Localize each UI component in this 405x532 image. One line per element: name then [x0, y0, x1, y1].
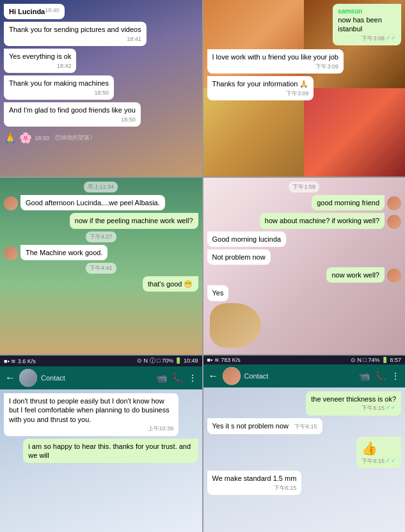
p3-row-1: Good afternoon Lucinda....we peel Albasi… — [4, 195, 198, 210]
p2-msg-1: I love work with u friend you like your … — [207, 49, 344, 74]
main-grid: Hi Lucinda 18:40 Thank you for sending p… — [0, 0, 405, 532]
p4-msg-4: Not problem now — [207, 249, 271, 265]
panel-5-inner: ■▪ ≋ 3.6 K/s ⊙ N ⓘ □ 70% 🔋 10:49 ← Conta… — [0, 356, 202, 532]
p3-timestamp-2: 下午4:27 — [86, 231, 116, 242]
panel-5: ■▪ ≋ 3.6 K/s ⊙ N ⓘ □ 70% 🔋 10:49 ← Conta… — [0, 356, 202, 532]
p6-msg-1-time: 下午6:15 — [361, 405, 385, 412]
greeting-time: 18:40 — [45, 7, 60, 15]
p5-video-icon[interactable]: 📹 — [156, 373, 167, 383]
msg-2-text: Yes everything is ok — [9, 52, 71, 60]
footer-time: 18:50 — [35, 135, 49, 141]
msg-2-time: 18:42 — [9, 63, 71, 70]
p6-header[interactable]: ← Contact 📹 📞 ⋮ — [203, 364, 406, 387]
p4-avatar-right-2 — [387, 215, 401, 229]
p6-avatar — [223, 367, 241, 385]
p6-msg-3-time: 下午6:15 — [361, 458, 385, 465]
p5-menu-icon[interactable]: ⋮ — [188, 373, 197, 383]
p6-msg-1: the veneer thickness is ok? 下午6:15 ✓✓ — [306, 391, 401, 416]
p3-msg-2: now if the peeling machine work well? — [70, 213, 198, 228]
p5-status-bar: ■▪ ≋ 3.6 K/s ⊙ N ⓘ □ 70% 🔋 10:49 — [0, 356, 202, 366]
p4-row-2: how about machine? if working well? — [207, 213, 402, 228]
p6-status-bar: ■▪ ≋ 783 K/s ⊙ N □ 74% 🔋 6:57 — [203, 356, 406, 364]
p4-msg-5-text: now work well? — [331, 271, 379, 279]
p6-msg-2-text: Yes it s not problem now — [212, 422, 289, 430]
p6-menu-icon[interactable]: ⋮ — [391, 371, 400, 381]
p6-msg-4-text: We make standard 1.5 mm — [212, 474, 297, 482]
p4-msg-6-text: Yes — [212, 289, 224, 297]
p3-msg-4: that's good 😁 — [143, 276, 198, 292]
p5-chat-area: I don't thrust to people easily but I do… — [0, 389, 202, 532]
msg-2: Yes everything is ok 18:42 — [4, 49, 76, 73]
p4-msg-3: Good morning lucinda — [207, 231, 287, 247]
p4-msg-2: how about machine? if working well? — [260, 213, 385, 228]
p4-msg-1: good morning friend — [312, 195, 385, 210]
p2-msg-1-time: 下午3:09 — [212, 63, 338, 71]
p2-msg-2-time: 下午3:09 — [212, 90, 309, 98]
p5-contact-name: Contact — [41, 374, 65, 382]
p5-msg-1-text: I don't thrust to people easily but I do… — [9, 397, 170, 423]
p5-msg-1-time: 上午10:36 — [9, 425, 173, 433]
p5-avatar — [19, 369, 37, 387]
p3-msg-3: The Machine work good. — [20, 245, 107, 260]
p6-row-1: the veneer thickness is ok? 下午6:15 ✓✓ — [207, 391, 402, 416]
p6-msg-2: Yes it s not problem now 下午6:15 — [207, 418, 322, 434]
msg-1: Thank you for sending pictures and video… — [4, 22, 147, 46]
p4-avatar-right-1 — [387, 196, 401, 210]
p2-sender-name: samsun now has been istanbul 下午3:08 ✓✓ — [333, 4, 401, 45]
p4-msg-1-text: good morning friend — [317, 199, 379, 207]
p3-timestamp: 早上11:34 — [84, 182, 118, 192]
p5-back-arrow[interactable]: ← — [5, 372, 15, 384]
p6-check-2: ✓✓ — [386, 457, 396, 465]
p6-msg-4-time: 下午6:15 — [212, 485, 297, 492]
p6-msg-3-text: 👍 — [361, 441, 377, 455]
msg-4-text: And I'm glad to find good friends like y… — [9, 106, 136, 114]
p6-msg-4: We make standard 1.5 mm 下午6:15 — [207, 471, 302, 495]
p5-avatar-img — [19, 369, 37, 387]
greeting-text: Hi Lucinda — [9, 8, 45, 15]
p4-msg-2-text: how about machine? if working well? — [265, 217, 379, 224]
msg-3: Thank you for making machines 18:50 — [4, 75, 114, 100]
panel-1: Hi Lucinda 18:40 Thank you for sending p… — [0, 0, 202, 176]
p3-msg-1-text: Good afternoon Lucinda....we peel Albasi… — [26, 199, 160, 207]
p5-status-right: ⊙ N ⓘ □ 70% 🔋 10:49 — [137, 357, 198, 365]
p6-row-3: 👍 下午6:15 ✓✓ — [207, 437, 402, 469]
p4-row-1: good morning friend — [207, 195, 402, 210]
p6-msg-1-text: the veneer thickness is ok? — [311, 395, 396, 403]
sender-name: samsun — [338, 7, 396, 15]
msg-1-text: Thank you for sending pictures and video… — [9, 26, 141, 33]
p3-avatar-2 — [4, 246, 18, 260]
panel-6-inner: ■▪ ≋ 783 K/s ⊙ N □ 74% 🔋 6:57 ← Contact … — [203, 356, 406, 532]
msg-4: And I'm glad to find good friends like y… — [4, 102, 141, 127]
p6-back-arrow[interactable]: ← — [209, 370, 219, 382]
p6-phone-icon[interactable]: 📞 — [375, 371, 386, 381]
p3-msg-4-text: that's good 😁 — [148, 280, 193, 288]
p5-phone-icon[interactable]: 📞 — [172, 373, 183, 383]
sender-time: 下午3:08 — [361, 35, 385, 43]
p4-avatar-right-3 — [387, 269, 401, 283]
p2-msg-2-text: Thanks for your information 🙏 — [212, 80, 309, 88]
p3-msg-1: Good afternoon Lucinda....we peel Albasi… — [20, 195, 165, 210]
p5-msg-1: I don't thrust to people easily but I do… — [4, 393, 179, 436]
greeting-bubble: Hi Lucinda 18:40 — [4, 4, 65, 19]
panel-6: ■▪ ≋ 783 K/s ⊙ N □ 74% 🔋 6:57 ← Contact … — [203, 356, 406, 532]
p6-video-icon[interactable]: 📹 — [359, 371, 370, 381]
panel-2-chat: samsun now has been istanbul 下午3:08 ✓✓ I… — [203, 0, 406, 176]
p6-check-1: ✓✓ — [386, 404, 396, 412]
p6-contact-name: Contact — [244, 372, 269, 380]
msg-4-time: 18:50 — [9, 116, 136, 124]
p5-status-left: ■▪ ≋ 3.6 K/s — [4, 358, 36, 364]
p6-header-icons: 📹 📞 ⋮ — [359, 371, 400, 381]
p5-msg-2-text: i am so happy to hear this. thanks for y… — [28, 442, 191, 459]
msg-3-time: 18:50 — [9, 90, 109, 97]
p3-msg-2-text: now if the peeling machine work well? — [75, 217, 193, 224]
p4-msg-6: Yes — [207, 285, 229, 301]
p4-timestamp: 下午1:58 — [289, 182, 319, 192]
p5-msg-2: i am so happy to hear this. thanks for y… — [23, 439, 198, 464]
p6-chat-area: the veneer thickness is ok? 下午6:15 ✓✓ Ye… — [203, 387, 406, 532]
p6-status-right: ⊙ N □ 74% 🔋 6:57 — [351, 357, 401, 363]
p3-timestamp-3: 下午4:41 — [86, 263, 116, 274]
p5-header[interactable]: ← Contact 📹 📞 ⋮ — [0, 366, 202, 389]
p6-msg-3: 👍 下午6:15 ✓✓ — [356, 437, 401, 469]
p4-msg-3-text: Good morning lucinda — [212, 235, 282, 243]
panel-2: samsun now has been istanbul 下午3:08 ✓✓ I… — [203, 0, 406, 176]
